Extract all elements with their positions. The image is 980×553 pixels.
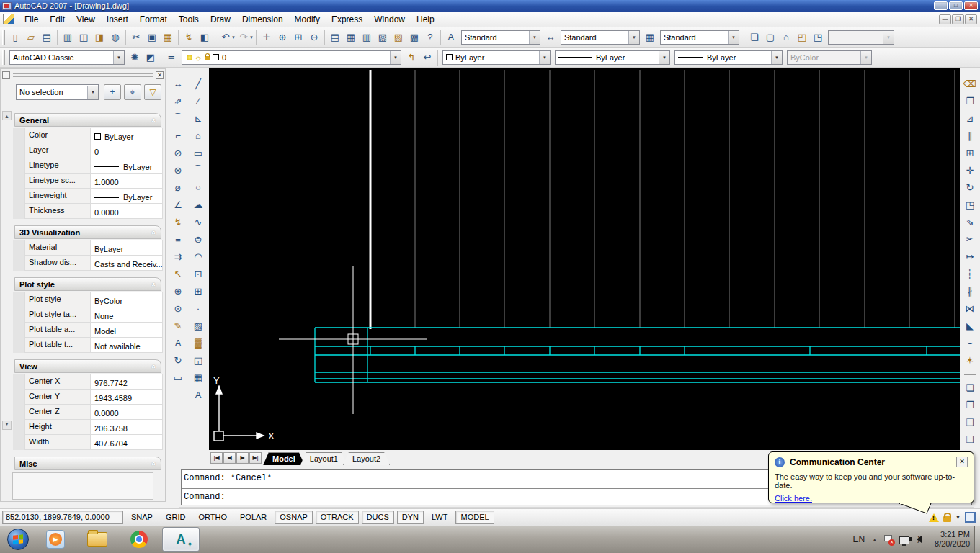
dim-radius-button[interactable]: ⊘ — [169, 144, 187, 161]
make-object-layer-current-button[interactable]: ↰ — [404, 50, 419, 66]
chevron-down-icon[interactable]: ▼ — [529, 31, 540, 44]
window-minimize-button[interactable]: — — [934, 1, 948, 10]
layer-previous-button[interactable]: ↩ — [419, 50, 435, 66]
fillet-button[interactable]: ⌣ — [961, 334, 979, 351]
select-objects-button[interactable]: ⌖ — [124, 84, 141, 100]
dim-arc-length-button[interactable]: ⌒ — [169, 109, 187, 127]
point-button[interactable]: ∙ — [190, 300, 207, 317]
revision-cloud-button[interactable]: ☁ — [190, 196, 207, 213]
construction-line-button[interactable]: ∕ — [190, 92, 207, 109]
chevron-down-icon[interactable]: ▼ — [728, 31, 739, 44]
block-editor-button[interactable]: ◧ — [197, 30, 213, 45]
section-general[interactable]: General « — [14, 113, 161, 127]
tab-model[interactable]: Model — [263, 452, 305, 465]
toolbar-grip[interactable] — [964, 71, 976, 73]
new-button[interactable]: ▯ — [7, 30, 23, 45]
open-button[interactable]: ▱ — [23, 30, 39, 45]
properties-palette-button[interactable]: ▤ — [327, 30, 343, 45]
chevron-down-icon[interactable]: ▼ — [659, 51, 669, 64]
dim-angular-button[interactable]: ∠ — [169, 196, 187, 213]
erase-button[interactable]: ⌫ — [961, 75, 979, 92]
taskbar-item-autocad[interactable]: A — [162, 527, 200, 552]
join-button[interactable]: ⋈ — [961, 300, 979, 317]
rotate-button[interactable]: ↻ — [961, 179, 979, 196]
quick-dimension-button[interactable]: ↯ — [169, 213, 187, 230]
offset-button[interactable]: ∥ — [961, 127, 979, 144]
prop-row-plot-style[interactable]: Plot styleByColor — [13, 292, 163, 307]
chevron-down-icon[interactable]: ▼ — [87, 86, 98, 99]
insert-block-button[interactable]: ⊡ — [190, 265, 207, 282]
scroll-down-icon[interactable]: ▲ — [2, 421, 12, 430]
language-indicator[interactable]: EN — [852, 534, 865, 544]
volume-icon[interactable] — [917, 536, 922, 543]
window-maximize-button[interactable]: □ — [949, 1, 963, 10]
gradient-button[interactable]: ▓ — [190, 334, 207, 351]
clip-viewport-button[interactable]: ◳ — [810, 30, 826, 45]
copy-icon[interactable]: ▣ — [144, 30, 160, 45]
prop-row-thickness[interactable]: Thickness0.0000 — [13, 204, 163, 219]
menu-window[interactable]: Window — [368, 12, 411, 27]
plot-button[interactable]: ▥ — [60, 30, 76, 45]
clock[interactable]: 3:21 PM 8/20/2020 — [935, 530, 970, 549]
layer-on-icon[interactable] — [187, 55, 192, 60]
bring-above-objects-button[interactable]: ❑ — [961, 413, 979, 431]
menu-express[interactable]: Express — [326, 12, 368, 27]
prop-row-plot-style-table[interactable]: Plot style ta...None — [13, 307, 163, 323]
menu-insert[interactable]: Insert — [101, 12, 134, 27]
toolbar-grip[interactable] — [964, 374, 976, 377]
workspace-settings-button[interactable]: ✺ — [127, 50, 143, 66]
section-view[interactable]: View « — [14, 359, 161, 373]
markup-set-manager-button[interactable]: ▨ — [391, 30, 406, 45]
show-desktop-button[interactable] — [974, 526, 980, 553]
quick-leader-button[interactable]: ↖ — [169, 265, 187, 282]
dim-ordinate-button[interactable]: ⌐ — [169, 127, 187, 144]
toggle-dyn[interactable]: DYN — [397, 511, 424, 524]
dim-aligned-button[interactable]: ⇗ — [169, 92, 187, 109]
toolbar-grip[interactable] — [172, 71, 184, 73]
move-button[interactable]: ✛ — [961, 161, 979, 179]
toggle-model[interactable]: MODEL — [455, 511, 494, 524]
section-plot-style[interactable]: Plot style « — [14, 277, 161, 291]
dim-text-edit-button[interactable]: ✎ — [169, 317, 187, 334]
menu-format[interactable]: Format — [134, 12, 173, 27]
arc-button[interactable]: ⌒ — [190, 161, 207, 179]
plot-preview-button[interactable]: ◫ — [76, 30, 92, 45]
dim-continue-button[interactable]: ⇉ — [169, 248, 187, 265]
break-at-point-button[interactable]: ┆ — [961, 265, 979, 282]
first-tab-button[interactable]: |◀ — [210, 452, 223, 464]
menu-view[interactable]: View — [71, 12, 101, 27]
workspace-combo[interactable]: AutoCAD Classic ▼ — [9, 50, 125, 65]
mdi-restore-button[interactable]: ❐ — [952, 14, 964, 24]
hidden-icons-button[interactable]: ▲ — [872, 537, 877, 542]
dim-baseline-button[interactable]: ≡ — [169, 230, 187, 248]
spline-button[interactable]: ∿ — [190, 213, 207, 230]
polygonal-viewport-button[interactable]: ⌂ — [778, 30, 794, 45]
layer-lock-icon[interactable] — [205, 56, 210, 60]
action-center-icon[interactable] — [884, 535, 892, 544]
previous-tab-button[interactable]: ◀ — [223, 452, 236, 464]
palette-grip[interactable]: — ✕ — [2, 71, 164, 79]
make-block-button[interactable]: ⊞ — [190, 282, 207, 300]
clean-screen-button[interactable] — [965, 512, 976, 523]
prop-row-color[interactable]: ColorByLayer — [13, 128, 163, 143]
chamfer-button[interactable]: ◣ — [961, 317, 979, 334]
pan-button[interactable]: ✛ — [259, 30, 275, 45]
toggle-otrack[interactable]: OTRACK — [316, 511, 359, 524]
array-button[interactable]: ⊞ — [961, 144, 979, 161]
collapse-icon[interactable]: « — [150, 461, 159, 465]
mdi-close-button[interactable]: ✕ — [965, 14, 977, 24]
taskbar-item-chrome[interactable] — [120, 527, 158, 552]
dim-style-button[interactable]: ▭ — [169, 369, 187, 386]
table-style-combo[interactable]: Standard ▼ — [660, 30, 739, 45]
sheet-set-manager-button[interactable]: ▧ — [375, 30, 391, 45]
single-viewport-button[interactable]: ▢ — [762, 30, 778, 45]
3d-dwf-button[interactable]: ◍ — [107, 30, 123, 45]
save-button[interactable]: ▤ — [39, 30, 55, 45]
scale-button[interactable]: ◳ — [961, 196, 979, 213]
palette-close-button[interactable]: ✕ — [156, 71, 164, 79]
window-close-button[interactable]: ✕ — [964, 1, 978, 10]
send-to-back-button[interactable]: ❐ — [961, 396, 979, 413]
bring-to-front-button[interactable]: ❏ — [961, 379, 979, 396]
paste-icon[interactable]: ▦ — [160, 30, 176, 45]
table-button[interactable]: ▦ — [190, 369, 207, 386]
